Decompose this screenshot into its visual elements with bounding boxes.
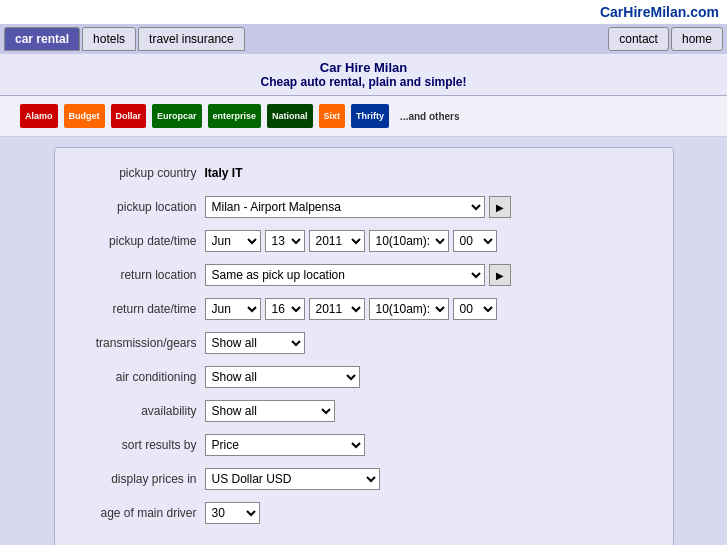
logo-thrifty: Thrifty	[351, 104, 389, 128]
brand-bar: CarHireMilan.com	[0, 0, 727, 24]
transmission-label: transmission/gears	[65, 336, 205, 350]
transmission-row: transmission/gears Show all	[65, 330, 663, 356]
transmission-select[interactable]: Show all	[205, 332, 305, 354]
pickup-country-controls: Italy IT	[205, 166, 663, 180]
pickup-map-button[interactable]: ▶	[489, 196, 511, 218]
return-location-controls: Same as pick up location ▶	[205, 264, 663, 286]
ac-select[interactable]: Show all	[205, 366, 360, 388]
return-year-select[interactable]: 2011	[309, 298, 365, 320]
nav-buttons-right: contact home	[608, 27, 723, 51]
home-button[interactable]: home	[671, 27, 723, 51]
currency-select[interactable]: US Dollar USD	[205, 468, 380, 490]
search-form: pickup country Italy IT pickup location …	[54, 147, 674, 545]
nav-tabs-left: car rental hotels travel insurance	[4, 27, 606, 51]
currency-label: display prices in	[65, 472, 205, 486]
return-min-select[interactable]: 00	[453, 298, 497, 320]
return-datetime-controls: Jun 16 2011 10(10am): 00	[205, 298, 663, 320]
site-title: Car Hire Milan	[4, 60, 723, 75]
pickup-country-row: pickup country Italy IT	[65, 160, 663, 186]
logo-dollar: Dollar	[111, 104, 147, 128]
pickup-country-value: Italy IT	[205, 166, 243, 180]
return-month-select[interactable]: Jun	[205, 298, 261, 320]
availability-select[interactable]: Show all	[205, 400, 335, 422]
ac-row: air conditioning Show all	[65, 364, 663, 390]
transmission-controls: Show all	[205, 332, 663, 354]
logo-national: National	[267, 104, 313, 128]
pickup-datetime-label: pickup date/time	[65, 234, 205, 248]
sort-row: sort results by Price	[65, 432, 663, 458]
pickup-location-row: pickup location Milan - Airport Malpensa…	[65, 194, 663, 220]
currency-row: display prices in US Dollar USD	[65, 466, 663, 492]
logo-budget: Budget	[64, 104, 105, 128]
pickup-day-select[interactable]: 13	[265, 230, 305, 252]
logos-bar: Alamo Budget Dollar Europcar enterprise …	[0, 96, 727, 137]
sort-select[interactable]: Price	[205, 434, 365, 456]
availability-label: availability	[65, 404, 205, 418]
ac-controls: Show all	[205, 366, 663, 388]
logo-alamo: Alamo	[20, 104, 58, 128]
brand-name: CarHireMilan.com	[600, 4, 719, 20]
pickup-year-select[interactable]: 2011	[309, 230, 365, 252]
return-location-row: return location Same as pick up location…	[65, 262, 663, 288]
return-map-button[interactable]: ▶	[489, 264, 511, 286]
pickup-min-select[interactable]: 00	[453, 230, 497, 252]
age-select[interactable]: 30	[205, 502, 260, 524]
nav-bar: car rental hotels travel insurance conta…	[0, 24, 727, 54]
return-location-label: return location	[65, 268, 205, 282]
return-datetime-label: return date/time	[65, 302, 205, 316]
pickup-location-label: pickup location	[65, 200, 205, 214]
logo-sixt: Sixt	[319, 104, 346, 128]
return-datetime-row: return date/time Jun 16 2011 10(10am): 0…	[65, 296, 663, 322]
age-label: age of main driver	[65, 506, 205, 520]
logo-europcar: Europcar	[152, 104, 202, 128]
tab-car-rental[interactable]: car rental	[4, 27, 80, 51]
logo-enterprise: enterprise	[208, 104, 262, 128]
age-controls: 30	[205, 502, 663, 524]
tab-travel-insurance[interactable]: travel insurance	[138, 27, 245, 51]
tab-hotels[interactable]: hotels	[82, 27, 136, 51]
ac-label: air conditioning	[65, 370, 205, 384]
pickup-country-label: pickup country	[65, 166, 205, 180]
availability-row: availability Show all	[65, 398, 663, 424]
site-header: Car Hire Milan Cheap auto rental, plain …	[0, 54, 727, 96]
pickup-hour-select[interactable]: 10(10am):	[369, 230, 449, 252]
contact-button[interactable]: contact	[608, 27, 669, 51]
pickup-datetime-controls: Jun 13 2011 10(10am): 00	[205, 230, 663, 252]
logo-others: ...and others	[395, 104, 464, 128]
site-subtitle: Cheap auto rental, plain and simple!	[4, 75, 723, 89]
sort-controls: Price	[205, 434, 663, 456]
return-location-select[interactable]: Same as pick up location	[205, 264, 485, 286]
return-day-select[interactable]: 16	[265, 298, 305, 320]
availability-controls: Show all	[205, 400, 663, 422]
pickup-month-select[interactable]: Jun	[205, 230, 261, 252]
pickup-datetime-row: pickup date/time Jun 13 2011 10(10am): 0…	[65, 228, 663, 254]
pickup-location-select[interactable]: Milan - Airport Malpensa	[205, 196, 485, 218]
main-content: pickup country Italy IT pickup location …	[0, 137, 727, 545]
currency-controls: US Dollar USD	[205, 468, 663, 490]
age-row: age of main driver 30	[65, 500, 663, 526]
return-hour-select[interactable]: 10(10am):	[369, 298, 449, 320]
pickup-location-controls: Milan - Airport Malpensa ▶	[205, 196, 663, 218]
sort-label: sort results by	[65, 438, 205, 452]
